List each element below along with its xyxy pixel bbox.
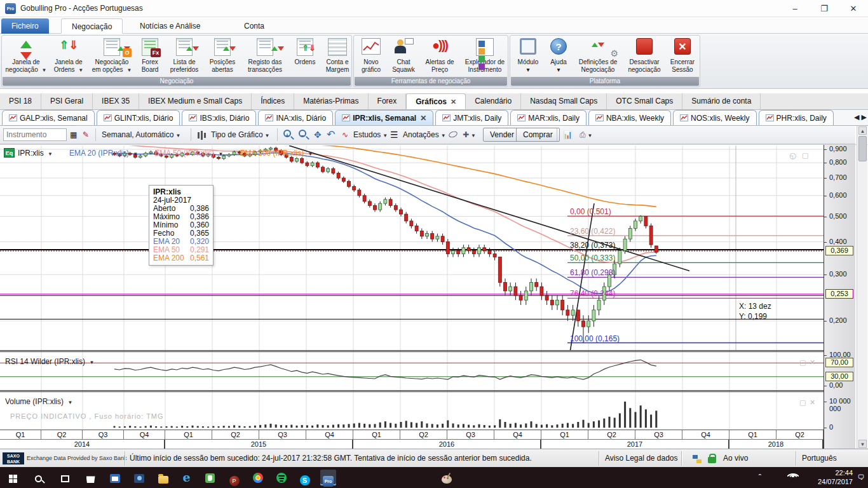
instrument-list-icon[interactable]: ▦ (70, 128, 77, 142)
menu-tab-negocia-o[interactable]: Negociação (61, 18, 123, 34)
workspace-tab-calend-rio[interactable]: Calendário (466, 93, 521, 109)
workspace-tab-gr-ficos[interactable]: Gráficos✕ (406, 93, 466, 109)
scroll-down-arrow[interactable]: ▼ (858, 440, 867, 448)
ribbon-button-encerrar[interactable]: ✕Encerrar Sessão (665, 37, 700, 78)
store-icon[interactable] (83, 470, 98, 485)
chart-type-dropdown[interactable]: Tipo de Gráfico▼ (211, 128, 270, 142)
legal-notice-link[interactable]: Aviso Legal de dados (605, 454, 678, 463)
scroll-thumb[interactable] (858, 136, 867, 161)
price-axis[interactable]: 0,9000,8000,7000,6000,5000,4000,3000,200… (824, 145, 855, 449)
chart-tab-nos[interactable]: NOS:xlis, Weekly (673, 110, 756, 125)
mail-app-icon[interactable] (107, 470, 123, 485)
undo-icon[interactable]: ↶ (327, 128, 335, 142)
workspace-tab-ibex-35[interactable]: IBEX 35 (93, 93, 139, 109)
ribbon-button-negocia-o[interactable]: ONegociação em opções ▼ (88, 37, 135, 78)
workspace-tab-mat-rias-primas[interactable]: Matérias-Primas (294, 93, 368, 109)
chart-tab-ibs[interactable]: IBS:xlis, Diário (182, 110, 256, 125)
volume-close-icon[interactable]: ✕ (810, 398, 815, 407)
ribbon-button-desactivar[interactable]: Desactivar negociação (623, 37, 665, 78)
workspace-tab-psi-geral[interactable]: PSI Geral (41, 93, 93, 109)
period-dropdown[interactable]: Semanal, Automático▼ (102, 128, 180, 142)
chart-tab-glint[interactable]: GLINT:xlis, Diário (97, 110, 180, 125)
volume-label[interactable]: Volume (IPR:xlis) ▼ (5, 397, 72, 406)
chart-settings-icon[interactable]: 📊 (563, 128, 573, 142)
rsi-label[interactable]: RSI 14 Wilder (IPR:xlis) ▼ (5, 357, 94, 366)
taskbar-clock[interactable]: 22:44 24/07/2017 (818, 468, 853, 486)
language-selector[interactable]: Português (802, 454, 837, 463)
chart-timer-icon[interactable]: ◵ (789, 151, 796, 160)
rsi-close-icon[interactable]: ✕ (810, 358, 815, 367)
file-explorer-icon[interactable] (155, 470, 171, 485)
ribbon-button-forex[interactable]: FxForex Board (135, 37, 165, 78)
workspace-tab-forex[interactable]: Forex (369, 93, 407, 109)
scroll-up-arrow[interactable]: ▲ (858, 126, 867, 135)
search-icon[interactable] (31, 470, 46, 485)
workspace-tab-ibex-medium-e-small-caps[interactable]: IBEX Medium e Small Caps (139, 93, 252, 109)
legend-ema20[interactable]: EMA 20 (IPR:xlis) ▼ (69, 149, 138, 158)
menu-tab-not-cias-e-an-lise[interactable]: Notícias e Análise (130, 18, 210, 34)
ribbon-button-alertas-de[interactable]: ●)))Alertas de Preço (420, 37, 459, 78)
estudos-dropdown[interactable]: Estudos▼ (353, 128, 388, 142)
chart-tab-scroll-arrows[interactable]: ◀ ▶ (854, 113, 867, 121)
pan-icon[interactable]: ✥ (314, 128, 322, 142)
price-chart[interactable] (0, 146, 824, 350)
tray-chevron-icon[interactable]: ˆ (754, 470, 766, 485)
task-view-icon[interactable] (57, 470, 73, 485)
volume-restore-icon[interactable]: ▢ (799, 398, 806, 407)
chart-tab-nba[interactable]: NBA:xlis, Weekly (588, 110, 671, 125)
legend-ema50[interactable]: EMA 50 (IPR:xlis) ▼ (154, 149, 223, 158)
chart-tab-galp[interactable]: GALP:xlis, Semanal (2, 110, 95, 125)
maximize-button[interactable]: ❐ (810, 0, 839, 17)
ribbon-button-conta-e[interactable]: Conta e Margem (321, 37, 354, 78)
workspace-tab-otc-small-caps[interactable]: OTC Small Caps (607, 93, 682, 109)
menu-tab-ficheiro[interactable]: Ficheiro (1, 18, 49, 34)
chart-tab-phr[interactable]: PHR:xlis, Daily (759, 110, 834, 125)
chrome-icon[interactable] (250, 470, 266, 485)
chart-restore-icon[interactable]: ▢ (802, 151, 808, 159)
rsi-chart[interactable] (0, 352, 824, 390)
tab-close-icon[interactable]: ✕ (420, 114, 426, 123)
crosshair-tool-icon[interactable]: ✚▼ (463, 128, 476, 142)
ribbon-button-lista-de[interactable]: Lista de preferidos (165, 37, 204, 78)
skype-icon[interactable]: S (297, 470, 313, 485)
print-chart-icon[interactable]: ⎙▼ (580, 128, 593, 142)
legend-ema200[interactable]: EMA 200 (IPR:xlis) ▼ (240, 149, 313, 158)
time-axis[interactable]: Q1Q2Q3Q42014Q1Q2Q3Q42015Q1Q2Q3Q42016Q1Q2… (0, 430, 824, 449)
ribbon-button-ordens[interactable]: ⇑⇓Ordens (289, 37, 321, 78)
buy-button[interactable]: Comprar (516, 128, 560, 142)
powerdvd-icon[interactable]: P (226, 470, 242, 485)
evernote-icon[interactable] (202, 470, 218, 485)
wifi-icon[interactable] (788, 473, 798, 481)
rsi-restore-icon[interactable]: ▢ (799, 358, 806, 367)
zoom-in-icon[interactable]: + (283, 128, 291, 142)
anotacoes-dropdown[interactable]: Anotações▼ (403, 128, 446, 142)
menu-tab-conta[interactable]: Conta (234, 18, 275, 34)
chart-tab-jmt[interactable]: JMT:xlis, Daily (435, 110, 508, 125)
ribbon-button-ajuda[interactable]: ?Ajuda ▾ (545, 37, 573, 78)
paint-icon[interactable] (438, 470, 454, 485)
workspace-tab-nasdaq-small-caps[interactable]: Nasdaq Small Caps (521, 93, 607, 109)
gobulling-pro-icon[interactable]: Pro (320, 470, 336, 485)
ribbon-button-registo-das[interactable]: Registo das transacções (241, 37, 289, 78)
instrument-input[interactable] (3, 128, 67, 141)
ribbon-button-defini-es-de[interactable]: ⚙Definições de Negociação (573, 37, 623, 78)
zoom-out-icon[interactable]: – (299, 128, 306, 142)
edge-icon[interactable]: e (179, 470, 194, 485)
volume-chart[interactable] (0, 392, 824, 429)
vertical-scrollbar[interactable]: ▲ ▼ (857, 126, 867, 449)
tab-close-icon[interactable]: ✕ (451, 98, 456, 105)
ribbon-button-m-dulo[interactable]: Módulo ▾ (512, 37, 545, 78)
chart-wizard-icon[interactable]: ✎ (83, 128, 89, 142)
legend-instrument[interactable]: IPR:xlis ▼ (18, 149, 53, 158)
connect-app-icon[interactable] (131, 470, 147, 485)
ellipse-tool-icon[interactable] (449, 128, 458, 142)
action-center-icon[interactable]: 🗨 (854, 470, 868, 485)
spotify-icon[interactable] (273, 470, 289, 485)
chart-tab-ipr[interactable]: IPR:xlis, Semanal✕ (335, 110, 433, 125)
chart-tab-ina[interactable]: INA:xlis, Diário (258, 110, 333, 125)
workspace-tab-psi-18[interactable]: PSI 18 (0, 93, 41, 109)
ribbon-button-janela-de[interactable]: Janela de negociação ▼ (3, 37, 49, 78)
chart-tab-mar[interactable]: MAR:xlis, Daily (510, 110, 587, 125)
minimize-button[interactable]: – (780, 0, 810, 17)
ribbon-button-explorador-de[interactable]: Explorador de Instrumento (459, 37, 510, 78)
